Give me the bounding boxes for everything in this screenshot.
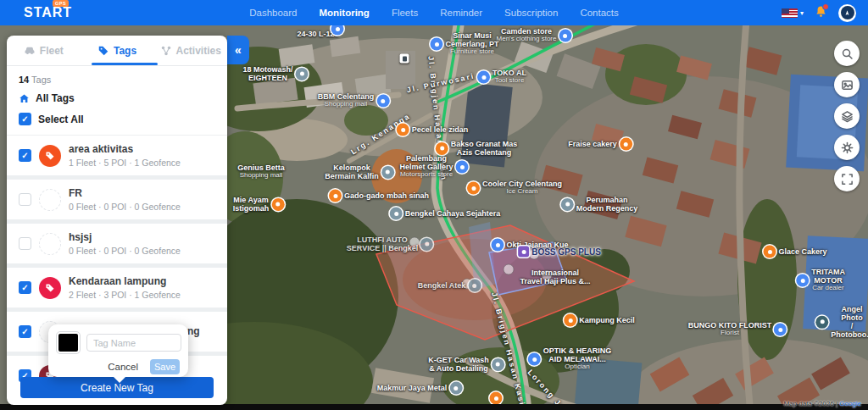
bottom-bar [0, 404, 868, 410]
google-link[interactable]: Google [839, 400, 861, 407]
nav-right-cluster: ▾ [782, 4, 856, 22]
create-tag-popup: Cancel Save [48, 324, 188, 377]
main-menu: Dashboard Monitoring Fleets Reminder Sub… [249, 8, 619, 18]
tag-color-swatch[interactable] [57, 332, 80, 353]
tag-color-icon [39, 233, 61, 255]
tag-row-hsjsj[interactable]: hsjsj0 Fleet · 0 POI · 0 Geofence [7, 224, 227, 263]
all-tags-item[interactable]: All Tags [7, 85, 227, 104]
tag-checkbox[interactable] [19, 193, 31, 206]
tab-tags[interactable]: Tags [81, 36, 154, 65]
home-icon [19, 93, 30, 104]
active-tab-underline [92, 63, 158, 65]
tag-checkbox[interactable] [19, 325, 31, 338]
map-attribution: Map data ©2026 | Google [783, 400, 861, 407]
panel-tabs: Fleet Tags Activities [7, 36, 227, 66]
nav-item-contacts[interactable]: Contacts [580, 8, 618, 18]
nav-item-reminder[interactable]: Reminder [440, 8, 482, 18]
user-avatar[interactable] [838, 4, 856, 22]
map-gallery-button[interactable] [834, 72, 860, 97]
nav-item-subscription[interactable]: Subscription [504, 8, 558, 18]
map-fullscreen-button[interactable] [834, 166, 860, 191]
nav-item-dashboard[interactable]: Dashboard [249, 8, 297, 18]
panel-collapse-button[interactable]: « [227, 36, 249, 64]
map-search-button[interactable] [834, 41, 860, 66]
tag-row-area-aktivitas[interactable]: area aktivitas1 Fleet · 5 POI · 1 Geofen… [7, 136, 227, 175]
app-logo[interactable]: STARTGPS [24, 5, 72, 20]
chevron-down-icon: ▾ [800, 9, 804, 17]
save-button[interactable]: Save [150, 359, 180, 374]
map-settings-button[interactable] [834, 135, 860, 160]
nav-item-fleets[interactable]: Fleets [392, 8, 418, 18]
select-all-row: Select All [7, 104, 227, 136]
tag-checkbox[interactable] [19, 149, 31, 162]
rocket-icon [843, 9, 851, 17]
tags-count: 14 Tags [7, 66, 227, 85]
tag-row-kendaraan-lampung[interactable]: Kendaraan lampung2 Fleet · 3 POI · 1 Geo… [7, 268, 227, 308]
nav-item-monitoring[interactable]: Monitoring [319, 8, 369, 18]
us-flag-icon [782, 8, 798, 18]
tag-color-icon [39, 145, 61, 167]
tag-icon [97, 45, 109, 57]
tab-fleet[interactable]: Fleet [7, 36, 81, 65]
select-all-checkbox[interactable] [19, 113, 31, 125]
tag-color-icon [39, 189, 61, 211]
top-navbar: STARTGPS Dashboard Monitoring Fleets Rem… [0, 0, 868, 25]
tag-checkbox[interactable] [19, 281, 31, 294]
notification-dot [822, 3, 829, 10]
car-icon [24, 45, 36, 57]
tab-activities[interactable]: Activities [153, 36, 227, 65]
map-controls [834, 41, 860, 191]
activities-icon [160, 45, 172, 57]
language-selector[interactable]: ▾ [782, 8, 804, 18]
tag-name-input[interactable] [86, 334, 181, 352]
tag-row-fr[interactable]: FR0 Fleet · 0 POI · 0 Geofence [7, 180, 227, 219]
cancel-button[interactable]: Cancel [108, 362, 138, 372]
map-layers-button[interactable] [834, 103, 860, 129]
notification-bell-button[interactable] [815, 5, 827, 21]
tag-color-icon [39, 277, 61, 299]
tag-checkbox[interactable] [19, 237, 31, 250]
gps-badge: GPS [53, 0, 69, 7]
